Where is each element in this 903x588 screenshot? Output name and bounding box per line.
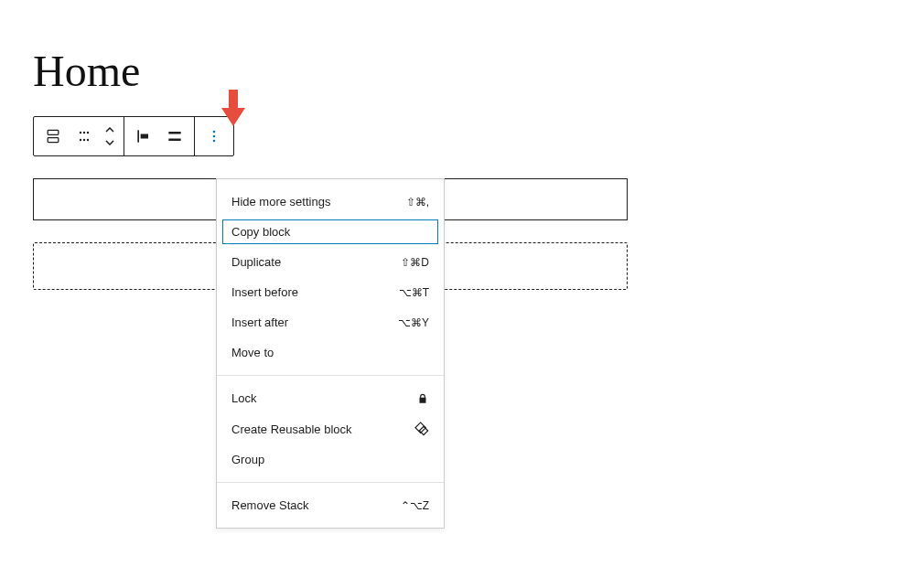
page-title: Home [33,46,903,96]
svg-point-14 [213,140,216,143]
toolbar-group-block [34,117,124,155]
menu-item-shortcut: ⌥⌘T [399,286,429,299]
menu-item-label: Move to [231,346,274,359]
block-type-icon[interactable] [38,117,69,155]
svg-point-6 [83,139,85,141]
menu-item-label: Lock [231,391,256,405]
move-up-button[interactable] [105,127,114,133]
svg-rect-16 [419,426,427,434]
menu-item-shortcut: ⇧⌘D [401,256,429,269]
reusable-icon [414,422,429,436]
svg-point-5 [80,139,81,141]
menu-item-label: Remove Stack [231,498,309,512]
menu-item-label: Copy block [231,225,290,239]
menu-item-label: Group [231,453,264,466]
svg-rect-8 [137,130,139,142]
menu-item-lock[interactable]: Lock [217,383,444,413]
svg-point-3 [83,132,85,134]
menu-item-shortcut: ⌥⌘Y [398,316,429,329]
lock-icon [416,392,429,405]
menu-group-2: Lock Create Reusable block Group [217,376,444,483]
block-toolbar [33,116,234,156]
menu-item-label: Create Reusable block [231,422,352,436]
svg-point-12 [213,131,216,134]
justify-button[interactable] [159,117,190,155]
menu-item-shortcut: ⇧⌘, [406,196,429,208]
svg-rect-10 [168,132,180,134]
svg-rect-11 [168,139,180,142]
drag-handle-icon[interactable] [69,117,100,155]
menu-item-insert-after[interactable]: Insert after ⌥⌘Y [217,307,444,337]
svg-point-2 [80,132,81,134]
align-button[interactable] [128,117,159,155]
svg-point-4 [87,132,89,134]
menu-group-1: Hide more settings ⇧⌘, Copy block Duplic… [217,179,444,376]
svg-rect-0 [48,130,59,134]
block-options-menu: Hide more settings ⇧⌘, Copy block Duplic… [216,178,445,529]
menu-item-duplicate[interactable]: Duplicate ⇧⌘D [217,247,444,277]
menu-item-move-to[interactable]: Move to [217,337,444,368]
menu-item-label: Insert after [231,315,288,329]
menu-item-copy-block[interactable]: Copy block [220,217,441,247]
menu-item-label: Insert before [231,285,298,299]
toolbar-group-align [124,117,195,155]
svg-point-13 [213,135,216,138]
annotation-arrow-icon [218,90,249,132]
block-mover [100,117,120,155]
menu-item-create-reusable-block[interactable]: Create Reusable block [217,413,444,444]
svg-rect-1 [48,138,59,143]
menu-item-group[interactable]: Group [217,444,444,475]
menu-item-shortcut: ⌃⌥Z [401,499,429,512]
svg-point-7 [87,139,89,141]
move-down-button[interactable] [105,140,114,145]
menu-item-hide-more-settings[interactable]: Hide more settings ⇧⌘, [217,187,444,217]
menu-item-label: Duplicate [231,255,281,269]
menu-group-3: Remove Stack ⌃⌥Z [217,483,444,528]
menu-item-insert-before[interactable]: Insert before ⌥⌘T [217,277,444,307]
menu-item-remove-stack[interactable]: Remove Stack ⌃⌥Z [217,490,444,520]
svg-rect-9 [141,134,148,139]
menu-item-label: Hide more settings [231,195,330,208]
